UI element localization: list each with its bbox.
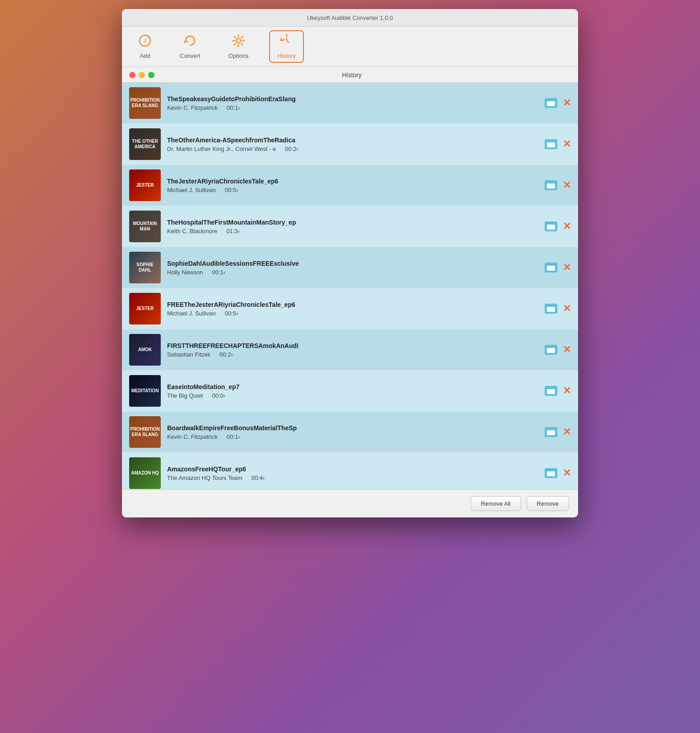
item-author: Sebastian Fitzek bbox=[167, 351, 210, 358]
item-author: Dr. Martin Luther King Jr., Cornel West … bbox=[167, 146, 276, 152]
item-thumbnail: JESTER bbox=[129, 169, 161, 201]
close-button[interactable] bbox=[129, 72, 135, 78]
item-title: FIRSTTHREEFREECHAPTERSAmokAnAudi bbox=[167, 342, 538, 349]
remove-item-button[interactable]: ✕ bbox=[563, 221, 571, 231]
svg-rect-30 bbox=[547, 431, 555, 435]
item-duration: 00:5‹ bbox=[225, 187, 238, 193]
window-controls bbox=[129, 72, 154, 78]
item-info: FREETheJesterARiyriaChroniclesTale_ep6 M… bbox=[167, 301, 538, 317]
open-folder-button[interactable] bbox=[545, 139, 557, 149]
minimize-button[interactable] bbox=[139, 72, 145, 78]
item-meta: The Amazon HQ Tours Team 00:4‹ bbox=[167, 475, 538, 481]
remove-item-button[interactable]: ✕ bbox=[563, 345, 571, 355]
item-meta: Michael J. Sullivan 00:5‹ bbox=[167, 187, 538, 193]
svg-rect-12 bbox=[547, 184, 555, 188]
open-folder-button[interactable] bbox=[545, 427, 557, 437]
history-label: History bbox=[277, 52, 295, 59]
thumbnail-text: MEDITATION bbox=[129, 375, 161, 407]
item-thumbnail: PROHIBITION ERA SLANG bbox=[129, 416, 161, 448]
open-folder-button[interactable] bbox=[545, 304, 557, 314]
remove-item-button[interactable]: ✕ bbox=[563, 139, 571, 149]
item-actions: ✕ bbox=[545, 386, 571, 396]
open-folder-button[interactable] bbox=[545, 263, 557, 273]
list-item: SOPHIE DAHL SophieDahlAudibleSessionsFRE… bbox=[122, 247, 578, 288]
item-title: TheHospitalTheFirstMountainManStory_ep bbox=[167, 219, 538, 226]
item-duration: 00:1‹ bbox=[227, 433, 240, 440]
item-thumbnail: THE OTHER AMERICA bbox=[129, 128, 161, 160]
title-bar: Ukeysoft Audible Converter 1.0.0 bbox=[122, 9, 578, 27]
svg-rect-15 bbox=[547, 225, 555, 229]
thumbnail-text: SOPHIE DAHL bbox=[129, 252, 161, 283]
app-title: Ukeysoft Audible Converter 1.0.0 bbox=[307, 14, 393, 21]
remove-item-button[interactable]: ✕ bbox=[563, 386, 571, 396]
open-folder-button[interactable] bbox=[545, 386, 557, 396]
item-thumbnail: PROHIBITION ERA SLANG bbox=[129, 87, 161, 119]
item-duration: 00:5‹ bbox=[225, 310, 238, 317]
remove-all-button[interactable]: Remove All bbox=[471, 496, 521, 511]
item-actions: ✕ bbox=[545, 263, 571, 273]
open-folder-button[interactable] bbox=[545, 345, 557, 355]
add-button[interactable]: ♪ + Add bbox=[131, 31, 159, 62]
history-button[interactable]: History bbox=[269, 30, 303, 63]
remove-item-button[interactable]: ✕ bbox=[563, 180, 571, 190]
item-meta: Keith C. Blackmore 01:3‹ bbox=[167, 228, 538, 235]
window-subtitle: History bbox=[160, 71, 544, 79]
thumbnail-text: JESTER bbox=[129, 293, 161, 324]
item-info: AmazonsFreeHQTour_ep6 The Amazon HQ Tour… bbox=[167, 465, 538, 481]
item-title: TheSpeakeasyGuidetoProhibitionEraSlang bbox=[167, 95, 538, 103]
convert-button[interactable]: Convert bbox=[173, 31, 208, 62]
maximize-button[interactable] bbox=[148, 72, 154, 78]
svg-rect-6 bbox=[547, 102, 555, 106]
item-thumbnail: MEDITATION bbox=[129, 375, 161, 407]
item-meta: Dr. Martin Luther King Jr., Cornel West … bbox=[167, 146, 538, 152]
item-info: TheJesterARiyriaChroniclesTale_ep6 Micha… bbox=[167, 178, 538, 193]
item-meta: Sebastian Fitzek 00:2‹ bbox=[167, 351, 538, 358]
list-item: PROHIBITION ERA SLANG TheSpeakeasyGuidet… bbox=[122, 83, 578, 124]
svg-rect-27 bbox=[547, 390, 555, 394]
item-author: Kevin C. Fitzpatrick bbox=[167, 104, 218, 111]
item-actions: ✕ bbox=[545, 468, 571, 478]
remove-item-button[interactable]: ✕ bbox=[563, 98, 571, 108]
list-item: PROHIBITION ERA SLANG BoardwalkEmpireFre… bbox=[122, 412, 578, 453]
remove-item-button[interactable]: ✕ bbox=[563, 263, 571, 273]
remove-button[interactable]: Remove bbox=[527, 496, 569, 511]
thumbnail-text: AMOK bbox=[129, 334, 161, 366]
svg-rect-33 bbox=[547, 472, 555, 476]
open-folder-button[interactable] bbox=[545, 98, 557, 108]
remove-item-button[interactable]: ✕ bbox=[563, 304, 571, 314]
item-info: TheSpeakeasyGuidetoProhibitionEraSlang K… bbox=[167, 95, 538, 111]
list-item: AMAZON HQ AmazonsFreeHQTour_ep6 The Amaz… bbox=[122, 453, 578, 489]
open-folder-button[interactable] bbox=[545, 180, 557, 190]
item-title: SophieDahlAudibleSessionsFREEExclusive bbox=[167, 260, 538, 267]
remove-item-button[interactable]: ✕ bbox=[563, 427, 571, 437]
item-info: TheOtherAmerica-ASpeechfromTheRadica Dr.… bbox=[167, 136, 538, 152]
item-author: The Big Quiet bbox=[167, 392, 203, 399]
item-duration: 00:0‹ bbox=[212, 392, 226, 399]
svg-point-3 bbox=[236, 38, 241, 43]
item-duration: 00:2‹ bbox=[219, 351, 233, 358]
svg-rect-18 bbox=[547, 266, 555, 270]
item-actions: ✕ bbox=[545, 427, 571, 437]
remove-item-button[interactable]: ✕ bbox=[563, 468, 571, 478]
item-actions: ✕ bbox=[545, 304, 571, 314]
item-duration: 00:1‹ bbox=[227, 104, 240, 111]
list-item: AMOK FIRSTTHREEFREECHAPTERSAmokAnAudi Se… bbox=[122, 329, 578, 371]
thumbnail-text: PROHIBITION ERA SLANG bbox=[129, 87, 161, 119]
add-icon: ♪ + bbox=[138, 34, 152, 51]
item-author: The Amazon HQ Tours Team bbox=[167, 475, 242, 481]
item-author: Holly Newson bbox=[167, 269, 203, 276]
item-author: Michael J. Sullivan bbox=[167, 310, 216, 317]
open-folder-button[interactable] bbox=[545, 221, 557, 231]
options-button[interactable]: Options bbox=[221, 31, 256, 62]
item-actions: ✕ bbox=[545, 98, 571, 108]
item-title: TheJesterARiyriaChroniclesTale_ep6 bbox=[167, 178, 538, 185]
list-item: THE OTHER AMERICA TheOtherAmerica-ASpeec… bbox=[122, 124, 578, 165]
svg-text:+: + bbox=[146, 34, 149, 40]
options-icon bbox=[232, 34, 245, 51]
item-duration: 00:1‹ bbox=[212, 269, 225, 276]
item-duration: 00:4‹ bbox=[251, 475, 265, 481]
item-thumbnail: AMOK bbox=[129, 334, 161, 366]
open-folder-button[interactable] bbox=[545, 468, 557, 478]
item-meta: Holly Newson 00:1‹ bbox=[167, 269, 538, 276]
item-author: Keith C. Blackmore bbox=[167, 228, 217, 235]
